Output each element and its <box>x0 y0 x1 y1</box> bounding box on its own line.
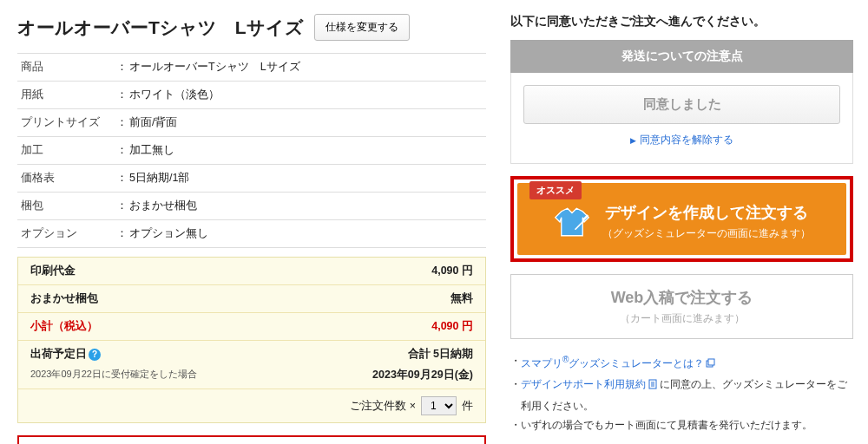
change-spec-button[interactable]: 仕様を変更する <box>314 14 410 41</box>
tshirt-icon <box>554 206 590 238</box>
info-icon[interactable]: ? <box>89 349 101 361</box>
pack-label: おまかせ梱包 <box>30 291 98 306</box>
agreed-button[interactable]: 同意しました <box>523 85 840 124</box>
web-sub: （カート画面に進みます） <box>523 311 840 326</box>
ship-date-label: 出荷予定日 <box>30 348 87 360</box>
subtotal-label: 小計（税込） <box>30 319 98 334</box>
spec-row: 商品オールオーバーTシャツ Lサイズ <box>17 53 486 81</box>
recommend-badge: オススメ <box>529 181 582 199</box>
price-box: 印刷代金4,090 円 おまかせ梱包無料 小計（税込）4,090 円 出荷予定日… <box>17 257 486 423</box>
ship-note: 2023年09月22日に受付確定をした場合 <box>30 368 197 382</box>
notes-list: スマプリ®グッズシミュレーターとは？ デザインサポート利用規約に同意の上、グッズ… <box>510 351 853 435</box>
qty-unit: 件 <box>462 399 473 414</box>
external-link-icon <box>706 355 715 375</box>
unlock-agreement-link[interactable]: 同意内容を解除する <box>630 134 733 146</box>
design-order-button[interactable]: オススメ デザインを作成して注文する （グッズシミュレーターの画面に進みます） <box>517 183 846 255</box>
spec-row: プリントサイズ前面/背面 <box>17 108 486 136</box>
print-value: 4,090 円 <box>431 264 473 278</box>
terms-link[interactable]: デザインサポート利用規約 <box>521 378 646 390</box>
web-upload-button[interactable]: Web入稿で注文する （カート画面に進みます） <box>510 274 853 339</box>
right-heading: 以下に同意いただきご注文へ進んでください。 <box>510 14 853 29</box>
ship-total-label: 合計 5日納期 <box>408 347 473 362</box>
spec-row: 梱包おまかせ梱包 <box>17 192 486 219</box>
ship-date-value: 2023年09月29日(金) <box>372 368 473 382</box>
pack-value: 無料 <box>450 291 473 306</box>
spec-row: 加工加工無し <box>17 136 486 164</box>
spec-row: 用紙ホワイト（淡色） <box>17 81 486 108</box>
qty-label: ご注文件数 × <box>350 399 416 414</box>
design-sub: （グッズシミュレーターの画面に進みます） <box>602 226 811 241</box>
spec-row: 価格表5日納期/1部 <box>17 164 486 192</box>
svg-rect-1 <box>708 359 714 365</box>
qty-select[interactable]: 1 <box>421 396 457 415</box>
spec-table: 商品オールオーバーTシャツ Lサイズ 用紙ホワイト（淡色） プリントサイズ前面/… <box>17 53 486 248</box>
page-title: オールオーバーTシャツ Lサイズ <box>17 16 304 40</box>
total-box: 合計（税込） 4,090 円 <box>17 435 486 444</box>
design-title: デザインを作成して注文する <box>602 202 811 223</box>
spec-row: オプションオプション無し <box>17 219 486 248</box>
subtotal-value: 4,090 円 <box>431 319 473 334</box>
simulator-about-link[interactable]: スマプリ®グッズシミュレーターとは？ <box>521 357 704 369</box>
print-label: 印刷代金 <box>30 264 76 278</box>
web-title: Web入稿で注文する <box>523 287 840 308</box>
ship-notice-header: 発送についての注意点 <box>510 40 853 73</box>
document-icon <box>648 376 658 396</box>
